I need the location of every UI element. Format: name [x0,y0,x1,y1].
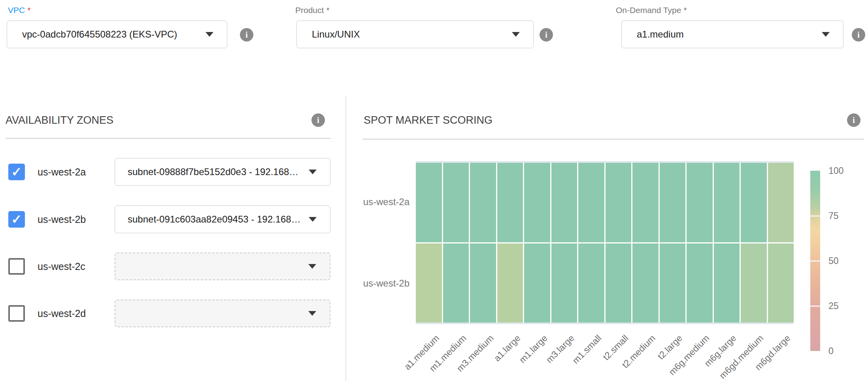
on-demand-type-select-value: a1.medium [622,29,822,40]
subnet-select-value: subnet-09888f7be5152d0e3 - 192.168… [115,166,309,177]
subnet-select-us-west-2c[interactable] [115,253,330,280]
vpc-info-icon[interactable]: i [240,28,253,41]
heatmap-cell-us-west-2a-m6gd.large[interactable] [768,163,794,242]
vpc-select[interactable]: vpc-0adcb70f645508223 (EKS-VPC) [7,21,227,48]
vpc-select-value: vpc-0adcb70f645508223 (EKS-VPC) [7,29,206,40]
heatmap-cell-us-west-2b-a1.large[interactable] [497,243,523,323]
az-zone-label: us-west-2a [38,158,86,186]
section-divider [345,96,346,381]
subnet-select-us-west-2d[interactable] [115,300,330,327]
heatmap-cell-us-west-2b-m6gd.large[interactable] [768,243,794,323]
heatmap-cell-us-west-2b-m1.large[interactable] [524,243,550,323]
az-checkbox-us-west-2c[interactable] [8,258,25,275]
heatmap-cell-us-west-2b-t2.large[interactable] [660,243,686,323]
heatmap-cell-us-west-2a-t2.large[interactable] [660,163,686,242]
on-demand-type-select[interactable]: a1.medium [621,21,843,48]
product-label: Product* [295,6,330,15]
heatmap-cell-us-west-2a-t2.small[interactable] [606,163,632,242]
vpc-label: VPC* [8,6,30,15]
heatmap-cell-us-west-2a-m6gd.medium[interactable] [741,163,767,242]
heatmap-cell-us-west-2b-t2.medium[interactable] [632,243,659,323]
availability-zones-info-icon[interactable]: i [311,113,325,127]
availability-zones-title: AVAILABILITY ZONES [6,114,113,126]
heatmap-cell-us-west-2b-m3.large[interactable] [551,243,577,323]
spot-market-heatmap [416,161,794,324]
on-demand-type-info-icon[interactable]: i [852,28,865,41]
az-checkbox-us-west-2a[interactable]: ✓ [8,164,25,180]
heatmap-cell-us-west-2a-m1.large[interactable] [524,163,550,242]
spot-market-scoring-info-icon[interactable]: i [847,113,860,127]
product-info-icon[interactable]: i [540,28,553,41]
heatmap-cell-us-west-2a-m3.large[interactable] [551,163,577,242]
on-demand-type-label: On-Demand Type* [616,6,687,15]
subnet-select-us-west-2b[interactable]: subnet-091c603aa82e09453 - 192.168… [115,206,330,233]
heatmap-cell-us-west-2b-t2.small[interactable] [606,243,632,323]
az-checkbox-us-west-2b[interactable]: ✓ [8,211,25,228]
chevron-down-icon [309,170,317,174]
chevron-down-icon [308,311,316,316]
availability-zones-rule [6,138,331,139]
heatmap-row-label-us-west-2b: us-west-2b [330,278,409,289]
heatmap-cell-us-west-2a-t2.medium[interactable] [632,163,659,242]
spot-market-scoring-rule [362,139,864,140]
heatmap-cell-us-west-2a-m6g.large[interactable] [714,163,740,242]
az-row-us-west-2d: us-west-2d [6,300,330,327]
colorbar-label-50: 50 [828,256,839,266]
heatmap-cell-us-west-2a-m6g.medium[interactable] [687,163,713,242]
chevron-down-icon [822,32,830,37]
az-zone-label: us-west-2c [38,253,85,280]
heatmap-cell-us-west-2b-a1.medium[interactable] [416,243,442,323]
colorbar-label-25: 25 [828,301,839,311]
heatmap-cell-us-west-2a-m3.medium[interactable] [470,163,496,242]
chevron-down-icon [512,32,520,37]
heatmap-cell-us-west-2b-m1.medium[interactable] [443,243,469,323]
heatmap-row-label-us-west-2a: us-west-2a [330,196,409,207]
az-row-us-west-2c: us-west-2c [6,253,330,280]
heatmap-cell-us-west-2b-m6g.medium[interactable] [687,243,713,323]
heatmap-cell-us-west-2a-a1.large[interactable] [497,163,523,242]
az-row-us-west-2a: ✓us-west-2asubnet-09888f7be5152d0e3 - 19… [6,158,330,186]
colorbar-tick [810,215,820,217]
subnet-select-us-west-2a[interactable]: subnet-09888f7be5152d0e3 - 192.168… [115,158,330,186]
product-select-value: Linux/UNIX [297,29,512,40]
colorbar-label-75: 75 [828,211,839,221]
heatmap-cell-us-west-2b-m6gd.medium[interactable] [741,243,767,323]
heatmap-cell-us-west-2a-a1.medium[interactable] [416,163,442,242]
colorbar-tick [810,306,820,307]
az-checkbox-us-west-2d[interactable] [8,305,25,322]
chevron-down-icon [309,217,317,222]
subnet-select-value: subnet-091c603aa82e09453 - 192.168… [115,214,309,225]
heatmap-cell-us-west-2b-m3.medium[interactable] [470,243,496,323]
colorbar-label-100: 100 [828,166,843,176]
az-row-us-west-2b: ✓us-west-2bsubnet-091c603aa82e09453 - 19… [6,206,330,233]
product-select[interactable]: Linux/UNIX [296,21,534,48]
chevron-down-icon [308,264,316,269]
az-zone-label: us-west-2b [38,206,86,233]
chevron-down-icon [206,32,213,37]
colorbar-tick [810,260,820,262]
heatmap-cell-us-west-2b-m6g.large[interactable] [714,243,740,323]
heatmap-cell-us-west-2a-m1.small[interactable] [578,163,604,242]
az-zone-label: us-west-2d [38,300,86,327]
heatmap-cell-us-west-2b-m1.small[interactable] [578,243,604,323]
colorbar-label-0: 0 [828,346,834,356]
heatmap-colorbar [810,171,820,351]
heatmap-cell-us-west-2a-m1.medium[interactable] [443,163,469,242]
spot-market-scoring-title: SPOT MARKET SCORING [364,114,492,126]
